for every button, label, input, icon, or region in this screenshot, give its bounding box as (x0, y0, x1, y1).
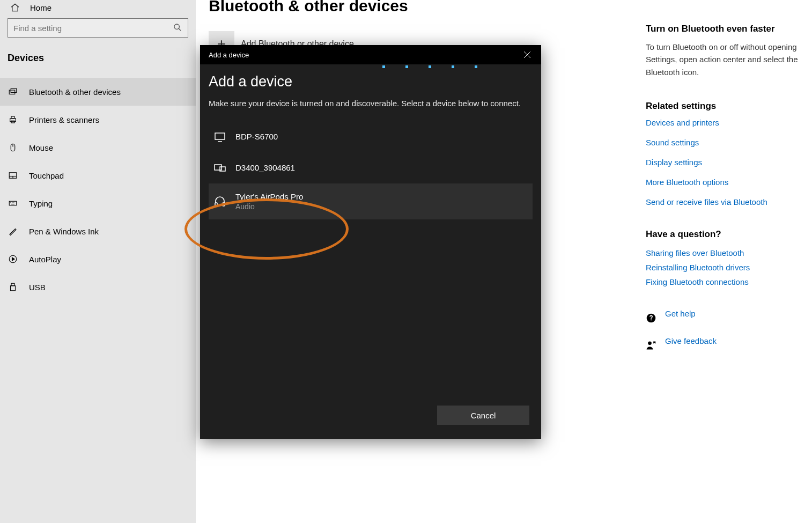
svg-line-1 (179, 28, 181, 31)
device-name: BDP-S6700 (235, 132, 278, 141)
keyboard-icon (8, 198, 18, 209)
sidebar-label: AutoPlay (29, 255, 61, 264)
sidebar-label: USB (29, 283, 46, 292)
svg-rect-26 (215, 165, 222, 170)
dialog-close-button[interactable] (520, 49, 535, 60)
pen-icon (8, 226, 18, 237)
sidebar-label: Touchpad (29, 171, 64, 180)
mouse-icon (8, 142, 18, 153)
home-link[interactable]: Home (0, 0, 196, 18)
headphones-icon (213, 194, 227, 208)
sidebar-item-mouse[interactable]: Mouse (0, 134, 196, 161)
add-device-dialog: Add a device Add a device Make sure your… (200, 45, 541, 439)
search-input[interactable] (8, 18, 188, 38)
sidebar-item-usb[interactable]: USB (0, 273, 196, 301)
sidebar-item-typing[interactable]: Typing (0, 189, 196, 217)
device-sub: Audio (235, 202, 303, 211)
sidebar-item-autoplay[interactable]: AutoPlay (0, 245, 196, 273)
link-send-receive-files[interactable]: Send or receive files via Bluetooth (646, 197, 801, 207)
svg-rect-20 (11, 286, 16, 291)
svg-marker-18 (12, 257, 15, 261)
sidebar-item-printers[interactable]: Printers & scanners (0, 106, 196, 134)
sidebar-label: Bluetooth & other devices (29, 87, 121, 97)
get-help-link[interactable]: Get help (665, 309, 696, 318)
sidebar-section-title: Devices (0, 47, 196, 78)
svg-rect-27 (220, 167, 225, 171)
sidebar-label: Printers & scanners (29, 115, 99, 124)
give-feedback-link[interactable]: Give feedback (665, 336, 717, 345)
link-display-settings[interactable]: Display settings (646, 158, 801, 167)
svg-rect-29 (223, 203, 225, 206)
usb-icon (8, 282, 18, 292)
link-more-bluetooth[interactable]: More Bluetooth options (646, 178, 801, 187)
link-sound-settings[interactable]: Sound settings (646, 138, 801, 147)
svg-rect-24 (215, 133, 225, 139)
question-heading: Have a question? (646, 229, 801, 240)
feedback-icon (646, 340, 656, 352)
search-icon (173, 23, 182, 33)
screens-icon (213, 161, 227, 175)
link-devices-printers[interactable]: Devices and printers (646, 118, 801, 127)
svg-rect-4 (10, 119, 16, 122)
sidebar-item-bluetooth[interactable]: Bluetooth & other devices (0, 78, 196, 106)
sidebar-item-pen[interactable]: Pen & Windows Ink (0, 217, 196, 245)
search-wrap (0, 18, 196, 47)
sidebar-label: Mouse (29, 143, 53, 152)
cancel-button[interactable]: Cancel (437, 406, 529, 425)
dialog-subheading: Make sure your device is turned on and d… (209, 98, 533, 109)
tip-body: To turn Bluetooth on or off without open… (646, 41, 801, 78)
printer-icon (8, 114, 18, 125)
dialog-heading: Add a device (209, 73, 533, 90)
home-label: Home (30, 3, 51, 12)
autoplay-icon (8, 254, 18, 264)
device-item-airpods[interactable]: Tyler's AirPods Pro Audio (209, 183, 533, 219)
monitor-icon (213, 130, 227, 144)
progress-dots (200, 64, 541, 68)
svg-rect-12 (9, 201, 17, 205)
right-rail: Turn on Bluetooth even faster To turn Bl… (646, 0, 812, 523)
svg-point-21 (648, 341, 652, 345)
link-fixing-connections[interactable]: Fixing Bluetooth connections (646, 277, 801, 286)
dialog-title: Add a device (209, 51, 249, 59)
give-feedback-row[interactable]: Give feedback (646, 336, 801, 356)
svg-point-0 (174, 24, 179, 29)
link-reinstalling-drivers[interactable]: Reinstalling Bluetooth drivers (646, 263, 801, 272)
home-icon (10, 2, 20, 13)
page-title: Bluetooth & other devices (209, 0, 633, 15)
svg-rect-19 (11, 283, 14, 286)
settings-sidebar: Home Devices Bluetooth & other devices P… (0, 0, 196, 523)
sidebar-item-touchpad[interactable]: Touchpad (0, 161, 196, 189)
related-heading: Related settings (646, 101, 801, 112)
tip-heading: Turn on Bluetooth even faster (646, 24, 801, 34)
dialog-titlebar: Add a device (200, 45, 541, 64)
help-icon (646, 313, 656, 325)
svg-rect-28 (215, 203, 217, 206)
link-sharing-files[interactable]: Sharing files over Bluetooth (646, 248, 801, 257)
svg-rect-2 (9, 90, 15, 94)
device-name: D3400_3904861 (235, 163, 295, 172)
device-name: Tyler's AirPods Pro (235, 192, 303, 201)
svg-rect-3 (11, 89, 17, 93)
device-item-bdp[interactable]: BDP-S6700 (209, 121, 533, 152)
sidebar-label: Pen & Windows Ink (29, 227, 99, 236)
svg-rect-5 (11, 116, 14, 119)
bluetooth-devices-icon (8, 86, 18, 97)
device-item-d3400[interactable]: D3400_3904861 (209, 152, 533, 183)
get-help-row[interactable]: Get help (646, 309, 801, 329)
sidebar-label: Typing (29, 199, 53, 208)
touchpad-icon (8, 170, 18, 181)
